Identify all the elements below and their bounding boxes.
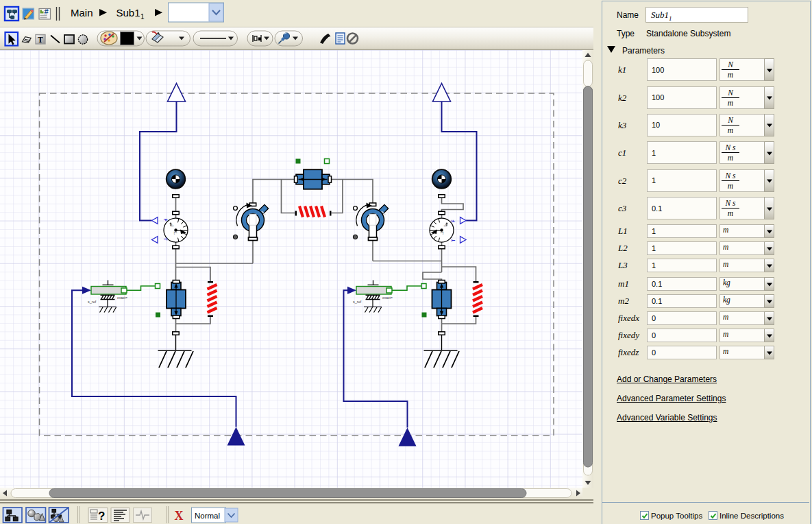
svg-text:F: F xyxy=(163,219,168,222)
svg-text:Main: Main xyxy=(71,7,93,19)
svg-text:T: T xyxy=(38,36,43,44)
svg-text:#: # xyxy=(45,8,49,16)
svg-text:Normal: Normal xyxy=(195,512,220,520)
svg-text:T: T xyxy=(451,239,456,242)
svg-text:?: ? xyxy=(98,510,105,523)
svg-text:T: T xyxy=(163,238,168,241)
svg-text:1: 1 xyxy=(140,13,145,21)
svg-text:X: X xyxy=(175,509,184,523)
svg-text:F: F xyxy=(451,220,456,223)
svg-text:Sub1: Sub1 xyxy=(116,7,140,19)
